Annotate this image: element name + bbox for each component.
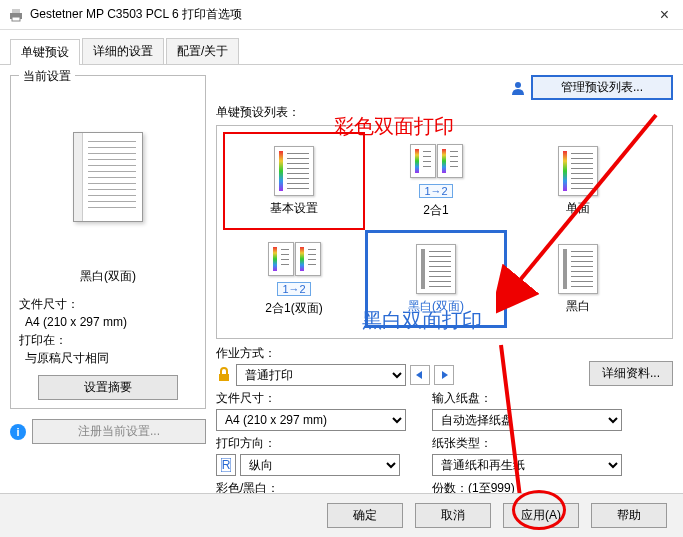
preset-bwd-label: 黑白(双面)	[408, 298, 464, 315]
preview-box	[19, 92, 197, 262]
doc-size-label: 文件尺寸：	[19, 295, 197, 313]
badge-1to2b-icon: 1→2	[277, 282, 310, 296]
preset-basic-label: 基本设置	[270, 200, 318, 217]
help-button[interactable]: 帮助	[591, 503, 667, 528]
apply-button[interactable]: 应用(A)	[503, 503, 579, 528]
info-icon: i	[10, 424, 26, 440]
preset-bw-duplex[interactable]: 黑白(双面)	[365, 230, 507, 328]
user-icon	[511, 81, 525, 95]
current-settings-group: 当前设置 黑白(双面) 文件尺寸： A4 (210 x 297 mm) 打印在：…	[10, 75, 206, 409]
svg-text:R: R	[222, 458, 231, 472]
lock-icon	[216, 367, 232, 383]
orient-label: 打印方向：	[216, 435, 426, 452]
window-title: Gestetner MP C3503 PCL 6 打印首选项	[30, 6, 654, 23]
orient-select[interactable]: 纵向	[240, 454, 400, 476]
specs-block: 文件尺寸： A4 (210 x 297 mm) 打印在： 与原稿尺寸相同	[19, 295, 197, 367]
doc-size-select[interactable]: A4 (210 x 297 mm)	[216, 409, 406, 431]
paper-type-label: 纸张类型：	[432, 435, 673, 452]
doc-size-value: A4 (210 x 297 mm)	[25, 313, 197, 331]
close-button[interactable]: ×	[654, 6, 675, 24]
ok-button[interactable]: 确定	[327, 503, 403, 528]
print-to-label: 打印在：	[19, 331, 197, 349]
bottom-bar: 确定 取消 应用(A) 帮助	[0, 493, 683, 537]
register-settings-button[interactable]: 注册当前设置...	[32, 419, 206, 444]
preset-bw-label: 黑白	[566, 298, 590, 315]
thumb-color-icon	[274, 146, 314, 196]
preset-bw[interactable]: 黑白	[507, 230, 649, 328]
doc-size-label-r: 文件尺寸：	[216, 390, 426, 407]
job-prev-button[interactable]	[410, 365, 430, 385]
svg-rect-1	[12, 9, 20, 13]
cancel-button[interactable]: 取消	[415, 503, 491, 528]
preset-2in1d-label: 2合1(双面)	[265, 300, 322, 317]
job-type-label: 作业方式：	[216, 345, 583, 362]
tab-presets[interactable]: 单键预设	[10, 39, 80, 65]
thumb-2in1d-icon	[268, 242, 321, 276]
svg-rect-2	[12, 17, 20, 21]
doc-preview-icon	[73, 132, 143, 222]
current-settings-legend: 当前设置	[19, 68, 75, 85]
tray-label: 输入纸盘：	[432, 390, 673, 407]
thumb-single-icon	[558, 146, 598, 196]
tab-detailed[interactable]: 详细的设置	[82, 38, 164, 64]
tab-bar: 单键预设 详细的设置 配置/关于	[0, 30, 683, 65]
thumb-bwd-icon	[416, 244, 456, 294]
preset-list-label: 单键预设列表：	[216, 104, 673, 121]
print-to-value: 与原稿尺寸相同	[25, 349, 197, 367]
thumb-2in1-icon	[410, 144, 463, 178]
preset-2in1-label: 2合1	[423, 202, 448, 219]
job-next-button[interactable]	[434, 365, 454, 385]
preset-2in1-duplex[interactable]: 1→2 2合1(双面)	[223, 230, 365, 328]
preview-label: 黑白(双面)	[19, 268, 197, 285]
svg-rect-4	[219, 374, 229, 381]
preset-basic[interactable]: 基本设置	[223, 132, 365, 230]
job-type-select[interactable]: 普通打印	[236, 364, 406, 386]
manage-presets-button[interactable]: 管理预设列表...	[531, 75, 673, 100]
preset-single-label: 单面	[566, 200, 590, 217]
titlebar: Gestetner MP C3503 PCL 6 打印首选项 ×	[0, 0, 683, 30]
printer-icon	[8, 8, 24, 22]
tray-select[interactable]: 自动选择纸盘	[432, 409, 622, 431]
svg-marker-5	[416, 371, 422, 379]
svg-point-3	[515, 82, 521, 88]
details-button[interactable]: 详细资料...	[589, 361, 673, 386]
settings-summary-button[interactable]: 设置摘要	[38, 375, 178, 400]
preset-2in1[interactable]: 1→2 2合1	[365, 132, 507, 230]
tab-config[interactable]: 配置/关于	[166, 38, 239, 64]
preset-grid: 基本设置 1→2 2合1 单面	[216, 125, 673, 339]
paper-type-select[interactable]: 普通纸和再生纸	[432, 454, 622, 476]
thumb-bw-icon	[558, 244, 598, 294]
preset-single[interactable]: 单面	[507, 132, 649, 230]
badge-1to2-icon: 1→2	[419, 184, 452, 198]
orient-portrait-icon: R	[216, 454, 236, 476]
svg-marker-6	[442, 371, 448, 379]
